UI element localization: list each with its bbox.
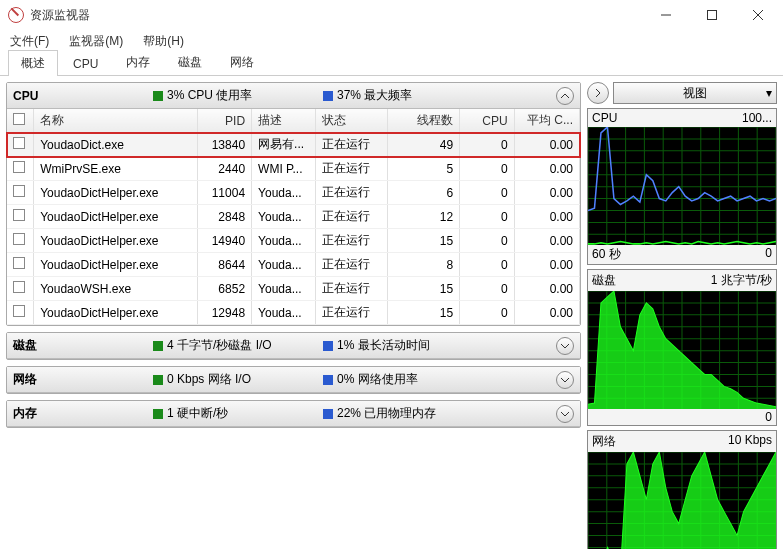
- cell-cpu: 0: [460, 253, 514, 277]
- table-row[interactable]: YoudaoWSH.exe 6852 Youda... 正在运行 15 0 0.…: [7, 277, 580, 301]
- network-section-title: 网络: [13, 371, 153, 388]
- cell-cpu: 0: [460, 229, 514, 253]
- table-row[interactable]: YoudaoDictHelper.exe 14940 Youda... 正在运行…: [7, 229, 580, 253]
- cpu-usage-label: 3% CPU 使用率: [167, 87, 252, 104]
- cell-cpu: 0: [460, 133, 514, 157]
- checkbox-icon[interactable]: [13, 257, 25, 269]
- square-icon: [323, 409, 333, 419]
- maximize-button[interactable]: [689, 0, 735, 30]
- cell-name: YoudaoWSH.exe: [34, 277, 197, 301]
- col-status[interactable]: 状态: [316, 109, 388, 133]
- checkbox-icon[interactable]: [13, 281, 25, 293]
- cell-pid: 11004: [197, 181, 251, 205]
- network-section: 网络 0 Kbps 网络 I/O 0% 网络使用率: [6, 366, 581, 394]
- cell-cpu: 0: [460, 157, 514, 181]
- cell-threads: 49: [388, 133, 460, 157]
- app-icon: [8, 7, 24, 23]
- tab-disk[interactable]: 磁盘: [165, 49, 215, 75]
- col-threads[interactable]: 线程数: [388, 109, 460, 133]
- tab-overview[interactable]: 概述: [8, 50, 58, 76]
- left-pane: CPU 3% CPU 使用率 37% 最大频率 名称 PID 描述 状态 线程数…: [6, 82, 581, 543]
- network-section-header[interactable]: 网络 0 Kbps 网络 I/O 0% 网络使用率: [7, 367, 580, 393]
- net-io-label: 0 Kbps 网络 I/O: [167, 371, 251, 388]
- chart-title: CPU: [592, 111, 617, 125]
- cpu-section-header[interactable]: CPU 3% CPU 使用率 37% 最大频率: [7, 83, 580, 109]
- table-row[interactable]: YoudaoDictHelper.exe 12948 Youda... 正在运行…: [7, 301, 580, 325]
- square-icon: [323, 341, 333, 351]
- scroll-right-button[interactable]: [587, 82, 609, 104]
- svg-rect-1: [708, 11, 717, 20]
- checkbox-icon[interactable]: [13, 185, 25, 197]
- chart-yaxis: 1 兆字节/秒: [711, 272, 772, 289]
- tab-network[interactable]: 网络: [217, 49, 267, 75]
- memory-section: 内存 1 硬中断/秒 22% 已用物理内存: [6, 400, 581, 428]
- minimize-button[interactable]: [643, 0, 689, 30]
- disk-active-label: 1% 最长活动时间: [337, 337, 430, 354]
- square-icon: [153, 375, 163, 385]
- cell-name: YoudaoDict.exe: [34, 133, 197, 157]
- view-dropdown[interactable]: 视图 ▾: [613, 82, 777, 104]
- cpu-section: CPU 3% CPU 使用率 37% 最大频率 名称 PID 描述 状态 线程数…: [6, 82, 581, 326]
- menu-file[interactable]: 文件(F): [6, 31, 53, 52]
- network-chart: 网络10 Kbps: [587, 430, 777, 549]
- col-avg[interactable]: 平均 C...: [514, 109, 579, 133]
- checkbox-icon[interactable]: [13, 113, 25, 125]
- chart-zero: 0: [765, 246, 772, 263]
- table-row[interactable]: YoudaoDictHelper.exe 11004 Youda... 正在运行…: [7, 181, 580, 205]
- cell-avg: 0.00: [514, 277, 579, 301]
- disk-io-label: 4 千字节/秒磁盘 I/O: [167, 337, 272, 354]
- chart-yaxis: 10 Kbps: [728, 433, 772, 450]
- checkbox-icon[interactable]: [13, 233, 25, 245]
- cell-name: YoudaoDictHelper.exe: [34, 205, 197, 229]
- net-usage-label: 0% 网络使用率: [337, 371, 418, 388]
- checkbox-icon[interactable]: [13, 137, 25, 149]
- disk-section-header[interactable]: 磁盘 4 千字节/秒磁盘 I/O 1% 最长活动时间: [7, 333, 580, 359]
- cell-cpu: 0: [460, 205, 514, 229]
- square-icon: [323, 91, 333, 101]
- cell-cpu: 0: [460, 301, 514, 325]
- memory-section-title: 内存: [13, 405, 153, 422]
- cell-name: YoudaoDictHelper.exe: [34, 301, 197, 325]
- expand-button[interactable]: [556, 405, 574, 423]
- disk-chart: 磁盘1 兆字节/秒 0: [587, 269, 777, 426]
- expand-button[interactable]: [556, 337, 574, 355]
- cell-avg: 0.00: [514, 253, 579, 277]
- header-row: 名称 PID 描述 状态 线程数 CPU 平均 C...: [7, 109, 580, 133]
- cell-pid: 2440: [197, 157, 251, 181]
- square-icon: [153, 409, 163, 419]
- cell-avg: 0.00: [514, 157, 579, 181]
- collapse-button[interactable]: [556, 87, 574, 105]
- tab-memory[interactable]: 内存: [113, 49, 163, 75]
- col-name[interactable]: 名称: [34, 109, 197, 133]
- disk-section: 磁盘 4 千字节/秒磁盘 I/O 1% 最长活动时间: [6, 332, 581, 360]
- checkbox-icon[interactable]: [13, 161, 25, 173]
- checkbox-icon[interactable]: [13, 305, 25, 317]
- chart-zero: 0: [765, 410, 772, 424]
- chevron-down-icon: ▾: [766, 86, 772, 100]
- col-desc[interactable]: 描述: [252, 109, 316, 133]
- tab-cpu[interactable]: CPU: [60, 52, 111, 75]
- titlebar: 资源监视器: [0, 0, 783, 30]
- cpu-maxfreq-label: 37% 最大频率: [337, 87, 412, 104]
- chart-title: 磁盘: [592, 272, 616, 289]
- col-checkbox[interactable]: [7, 109, 34, 133]
- square-icon: [153, 91, 163, 101]
- cell-cpu: 0: [460, 277, 514, 301]
- cell-threads: 15: [388, 301, 460, 325]
- checkbox-icon[interactable]: [13, 209, 25, 221]
- cell-threads: 5: [388, 157, 460, 181]
- table-row[interactable]: WmiPrvSE.exe 2440 WMI P... 正在运行 5 0 0.00: [7, 157, 580, 181]
- memory-section-header[interactable]: 内存 1 硬中断/秒 22% 已用物理内存: [7, 401, 580, 427]
- right-pane: 视图 ▾ CPU100... 60 秒0 磁盘1 兆字节/秒 0 网络10 Kb…: [587, 82, 777, 543]
- col-cpu[interactable]: CPU: [460, 109, 514, 133]
- cell-name: YoudaoDictHelper.exe: [34, 253, 197, 277]
- col-pid[interactable]: PID: [197, 109, 251, 133]
- expand-button[interactable]: [556, 371, 574, 389]
- close-button[interactable]: [735, 0, 781, 30]
- mem-used-label: 22% 已用物理内存: [337, 405, 436, 422]
- table-row[interactable]: YoudaoDictHelper.exe 8644 Youda... 正在运行 …: [7, 253, 580, 277]
- table-row[interactable]: YoudaoDictHelper.exe 2848 Youda... 正在运行 …: [7, 205, 580, 229]
- cell-threads: 15: [388, 229, 460, 253]
- cell-desc: Youda...: [252, 229, 316, 253]
- table-row[interactable]: YoudaoDict.exe 13840 网易有... 正在运行 49 0 0.…: [7, 133, 580, 157]
